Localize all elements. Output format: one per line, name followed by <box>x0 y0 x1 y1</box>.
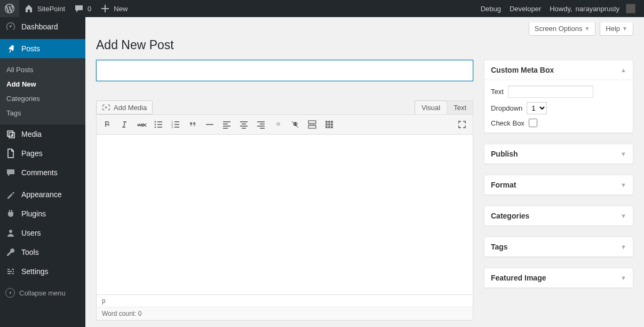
help-button[interactable]: Help▼ <box>600 22 633 36</box>
custom-dropdown-label: Dropdown <box>491 104 522 112</box>
svg-rect-12 <box>174 124 179 125</box>
triangle-down-icon: ▼ <box>621 182 626 188</box>
align-left-button[interactable] <box>219 117 234 132</box>
hr-button[interactable] <box>202 117 217 132</box>
admin-bar-right: Debug Developer Howdy, narayanprusty <box>476 0 640 17</box>
sidebar-item-pages[interactable]: Pages <box>0 144 85 163</box>
comment-icon <box>74 3 84 14</box>
numbered-list-button[interactable]: 123 <box>168 117 183 132</box>
read-more-button[interactable] <box>305 117 320 132</box>
custom-checkbox-input[interactable] <box>529 119 537 127</box>
sidebar-sub-all-posts[interactable]: All Posts <box>0 63 85 77</box>
new-content-menu[interactable]: New <box>96 0 132 17</box>
link-button[interactable] <box>271 117 285 132</box>
add-media-button[interactable]: Add Media <box>96 100 153 114</box>
post-title-input[interactable] <box>96 60 473 81</box>
sidebar-item-appearance[interactable]: Appearance <box>0 185 85 204</box>
sidebar-sub-add-new[interactable]: Add New <box>0 77 85 91</box>
tab-text[interactable]: Text <box>447 100 473 114</box>
svg-rect-19 <box>223 128 228 129</box>
custom-dropdown-select[interactable]: 1 <box>527 102 547 114</box>
plus-icon <box>100 3 110 14</box>
comments-icon <box>5 167 16 178</box>
developer-menu[interactable]: Developer <box>505 0 545 17</box>
svg-rect-31 <box>325 121 328 123</box>
italic-button[interactable] <box>117 117 132 132</box>
align-right-button[interactable] <box>253 117 268 132</box>
debug-menu[interactable]: Debug <box>476 0 505 17</box>
svg-rect-32 <box>328 121 330 123</box>
users-icon <box>5 228 16 238</box>
metabox-categories-header[interactable]: Categories ▼ <box>484 206 633 225</box>
sidebar-item-settings[interactable]: Settings <box>0 262 85 281</box>
metabox-custom: Custom Meta Box ▲ Text Dropdown 1 <box>484 60 633 133</box>
editor-content-area[interactable] <box>96 135 473 295</box>
username-label: narayanprusty <box>576 5 619 13</box>
caret-down-icon: ▼ <box>584 26 590 32</box>
custom-checkbox-label: Check Box <box>491 119 524 127</box>
svg-rect-26 <box>257 126 265 127</box>
collapse-label: Collapse menu <box>19 289 66 297</box>
svg-point-5 <box>155 124 156 126</box>
admin-bar-left: SitePoint 0 New <box>0 0 132 17</box>
triangle-down-icon: ▼ <box>621 213 626 219</box>
svg-rect-17 <box>223 123 228 124</box>
word-count: Word count: 0 <box>97 307 473 320</box>
sidebar-label-plugins: Plugins <box>21 209 46 218</box>
svg-rect-30 <box>308 126 316 128</box>
home-icon <box>23 3 34 14</box>
site-name-label: SitePoint <box>37 5 65 13</box>
svg-rect-8 <box>157 127 162 128</box>
svg-rect-25 <box>260 123 265 124</box>
tab-visual[interactable]: Visual <box>415 100 447 114</box>
sidebar-item-media[interactable]: Media <box>0 124 85 144</box>
metabox-publish-header[interactable]: Publish ▼ <box>484 144 633 164</box>
sidebar-item-plugins[interactable]: Plugins <box>0 204 85 223</box>
wordpress-icon <box>4 3 15 14</box>
sidebar-label-dashboard: Dashboard <box>21 22 58 31</box>
bold-button[interactable] <box>100 117 115 132</box>
sidebar-sub-categories[interactable]: Categories <box>0 91 85 106</box>
strikethrough-button[interactable]: ABC <box>134 117 149 132</box>
align-center-button[interactable] <box>236 117 251 132</box>
sidebar-sub-tags[interactable]: Tags <box>0 106 85 120</box>
svg-rect-15 <box>206 124 213 125</box>
account-menu[interactable]: Howdy, narayanprusty <box>545 0 640 17</box>
sidebar-label-comments: Comments <box>21 168 58 177</box>
sidebar-item-tools[interactable]: Tools <box>0 243 85 262</box>
metabox-publish: Publish ▼ <box>484 144 633 164</box>
metabox-featured-header[interactable]: Featured Image ▼ <box>484 268 633 287</box>
fullscreen-button[interactable] <box>455 117 470 132</box>
site-name-menu[interactable]: SitePoint <box>19 0 69 17</box>
sidebar-item-users[interactable]: Users <box>0 223 85 243</box>
metabox-custom-header[interactable]: Custom Meta Box ▲ <box>484 60 633 80</box>
screen-options-button[interactable]: Screen Options▼ <box>529 22 596 36</box>
content-area: Screen Options▼ Help▼ Add New Post Add M… <box>85 17 644 327</box>
svg-rect-10 <box>174 121 179 122</box>
svg-rect-37 <box>325 126 328 128</box>
wp-logo-menu[interactable] <box>0 0 19 17</box>
svg-point-7 <box>155 127 156 128</box>
blockquote-button[interactable] <box>185 117 200 132</box>
sidebar-collapse[interactable]: Collapse menu <box>0 284 85 302</box>
toolbar-toggle-button[interactable] <box>322 117 337 132</box>
metabox-format-header[interactable]: Format ▼ <box>484 175 633 194</box>
custom-text-input[interactable] <box>508 85 593 98</box>
bullet-list-button[interactable] <box>151 117 166 132</box>
svg-rect-33 <box>331 121 333 123</box>
sidebar-item-posts[interactable]: Posts <box>0 39 85 58</box>
plugins-icon <box>5 208 16 219</box>
svg-rect-6 <box>157 124 162 125</box>
metabox-tags-header[interactable]: Tags ▼ <box>484 237 633 256</box>
sidebar-label-media: Media <box>21 130 42 138</box>
svg-point-3 <box>155 121 156 123</box>
comments-menu[interactable]: 0 <box>69 0 96 17</box>
sidebar-item-dashboard[interactable]: Dashboard <box>0 17 85 36</box>
unlink-button[interactable] <box>288 117 303 132</box>
svg-rect-16 <box>223 121 230 122</box>
caret-down-icon: ▼ <box>622 26 627 32</box>
page-title: Add New Post <box>96 38 633 52</box>
editor-toolbar: ABC 123 <box>96 114 473 135</box>
svg-rect-27 <box>260 128 265 129</box>
sidebar-item-comments[interactable]: Comments <box>0 163 85 182</box>
